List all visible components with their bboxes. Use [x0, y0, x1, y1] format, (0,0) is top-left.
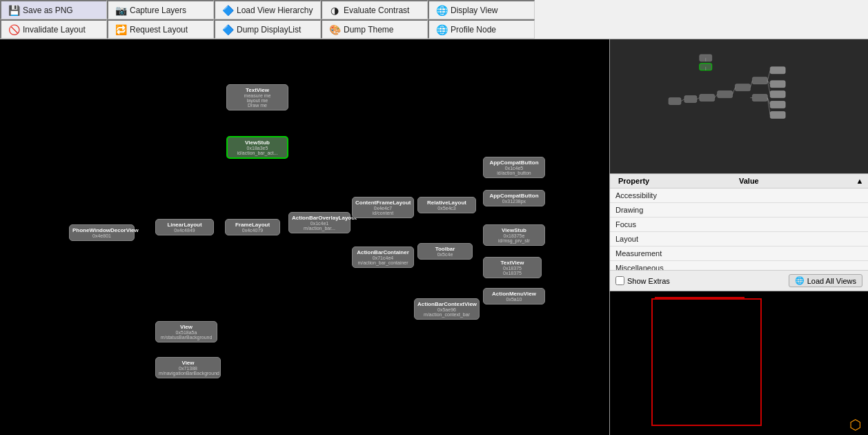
properties-header: Property Value ▲ [610, 174, 868, 188]
property-value [739, 188, 868, 202]
property-name: Measurement [610, 246, 739, 260]
property-row[interactable]: Drawing [610, 203, 868, 218]
ban-icon: 🚫 [8, 24, 19, 35]
scrollbar-up-button[interactable]: ▲ [854, 175, 865, 186]
save-icon: 💾 [8, 5, 19, 16]
svg-line-0 [121, 241, 167, 243]
save-png-button[interactable]: 💾 Save as PNG [0, 0, 107, 19]
node-actionbar-contextview[interactable]: ActionBarContextView 0x5ae96m/action_con… [414, 298, 480, 320]
preview-screen [651, 298, 762, 426]
show-extras-checkbox[interactable] [615, 276, 624, 285]
evaluate-contrast-button[interactable]: ◑ Evaluate Contrast [321, 0, 428, 19]
node-text-view[interactable]: TextView 0x183750x18375 [483, 257, 542, 278]
svg-rect-23 [752, 77, 767, 84]
svg-rect-17 [610, 39, 867, 173]
profile-icon: 🌐 [436, 24, 447, 35]
load-all-views-button[interactable]: 🌐 Load All Views [789, 274, 862, 287]
svg-rect-19 [684, 96, 697, 103]
load-view-hierarchy-button[interactable]: 🔷 Load View Hierarchy [214, 0, 321, 19]
property-value [739, 203, 868, 217]
node-frame-layout[interactable]: FrameLayout 0x4c4079 [225, 219, 280, 235]
preview-area: ⬡ [610, 291, 868, 435]
node-action-menu-view[interactable]: ActionMenuView 0x5a10 [483, 288, 545, 304]
property-value [739, 246, 868, 260]
svg-rect-21 [718, 91, 733, 98]
property-row[interactable]: Layout [610, 232, 868, 246]
node-textview-top[interactable]: TextView measure melayout meDraw me [226, 84, 288, 110]
value-column-header: Value [733, 175, 854, 186]
node-linear-layout[interactable]: LinearLayout 0x4c4849 [155, 219, 214, 235]
dump-displaylist-button[interactable]: 🔷 Dump DisplayList [214, 19, 321, 39]
show-extras-container: Show Extras [615, 276, 670, 285]
node-content-frame[interactable]: ContentFrameLayout 0x4e4c7id/content [352, 197, 414, 218]
svg-rect-29 [770, 111, 785, 118]
system-icon: ⬡ [849, 416, 861, 433]
svg-rect-27 [752, 95, 767, 102]
node-view2[interactable]: View 0x71388m/navigationBarBackground [155, 357, 221, 378]
property-value [739, 261, 868, 270]
node-app-compat-btn2[interactable]: AppCompatButton 0x31238px [483, 190, 545, 206]
globe-small-icon: 🌐 [795, 276, 805, 285]
svg-rect-26 [770, 91, 785, 98]
svg-line-7 [476, 211, 491, 218]
camera-icon: 📷 [115, 5, 126, 16]
svg-rect-20 [700, 95, 715, 102]
property-name: Miscellaneous [610, 261, 739, 270]
toolbar: 💾 Save as PNG 📷 Capture Layers 🔷 Load Vi… [0, 0, 868, 39]
property-row[interactable]: Focus [610, 218, 868, 232]
toolbar-row-1: 💾 Save as PNG 📷 Capture Layers 🔷 Load Vi… [0, 0, 868, 19]
contrast-icon: ◑ [329, 5, 340, 16]
right-panel: Property Value ▲ AccessibilityDrawingFoc… [609, 39, 868, 435]
property-row[interactable]: Measurement [610, 246, 868, 261]
hierarchy-icon: 🔷 [222, 5, 233, 16]
node-viewstub-top[interactable]: ViewStub 0x18a3e5id/action_bar_act... [226, 136, 288, 159]
refresh-icon: 🔁 [115, 24, 126, 35]
svg-rect-22 [736, 84, 751, 91]
node-phone-window[interactable]: PhoneWindowDecorView 0x4e801 [69, 224, 135, 241]
list-icon: 🔷 [222, 24, 233, 35]
node-view1[interactable]: View 0x518a5am/statusBarBackground [155, 321, 217, 342]
property-column-header: Property [613, 175, 733, 186]
main-area: TextView measure melayout meDraw me View… [0, 39, 868, 435]
invalidate-layout-button[interactable]: 🚫 Invalidate Layout [0, 19, 107, 39]
node-app-compat-btn1[interactable]: AppCompatButton 0x1c4e5id/action_button [483, 157, 545, 178]
property-name: Drawing [610, 203, 739, 217]
properties-footer: Show Extras 🌐 Load All Views [610, 270, 868, 291]
svg-line-2 [290, 234, 305, 241]
canvas-area[interactable]: TextView measure melayout meDraw me View… [0, 39, 609, 435]
minimap-svg [610, 39, 868, 173]
node-relative-layout[interactable]: RelativeLayout 0x5e4c3 [417, 197, 476, 213]
node-actionbar-container[interactable]: ActionBarContainer 0x71c4e4m/action_bar_… [352, 246, 414, 268]
property-name: Focus [610, 218, 739, 231]
property-row[interactable]: Miscellaneous [610, 261, 868, 270]
svg-rect-25 [770, 81, 785, 88]
minimap[interactable] [610, 39, 868, 174]
request-layout-button[interactable]: 🔁 Request Layout [107, 19, 214, 39]
property-value [739, 232, 868, 246]
property-name: Accessibility [610, 188, 739, 202]
theme-icon: 🎨 [329, 24, 340, 35]
node-actionbar-overlay[interactable]: ActionBarOverlayLayout 0x1c4e1m/action_b… [288, 212, 351, 233]
globe-icon: 🌐 [436, 5, 447, 16]
property-row[interactable]: Accessibility [610, 188, 868, 203]
property-name: Layout [610, 232, 739, 246]
svg-rect-24 [770, 67, 785, 74]
display-view-button[interactable]: 🌐 Display View [428, 0, 535, 19]
node-viewstub[interactable]: ViewStub 0x18375eid/msg_prv_str [483, 224, 545, 246]
properties-panel: Property Value ▲ AccessibilityDrawingFoc… [610, 174, 868, 291]
show-extras-label: Show Extras [627, 277, 670, 285]
svg-rect-28 [770, 102, 785, 108]
capture-layers-button[interactable]: 📷 Capture Layers [107, 0, 214, 19]
property-list[interactable]: AccessibilityDrawingFocusLayoutMeasureme… [610, 188, 868, 270]
svg-rect-18 [669, 98, 681, 105]
profile-node-button[interactable]: 🌐 Profile Node [428, 19, 535, 39]
node-toolbar[interactable]: Toolbar 0x5c4e [417, 243, 473, 260]
toolbar-row-2: 🚫 Invalidate Layout 🔁 Request Layout 🔷 D… [0, 19, 868, 39]
dump-theme-button[interactable]: 🎨 Dump Theme [321, 19, 428, 39]
property-value [739, 218, 868, 231]
